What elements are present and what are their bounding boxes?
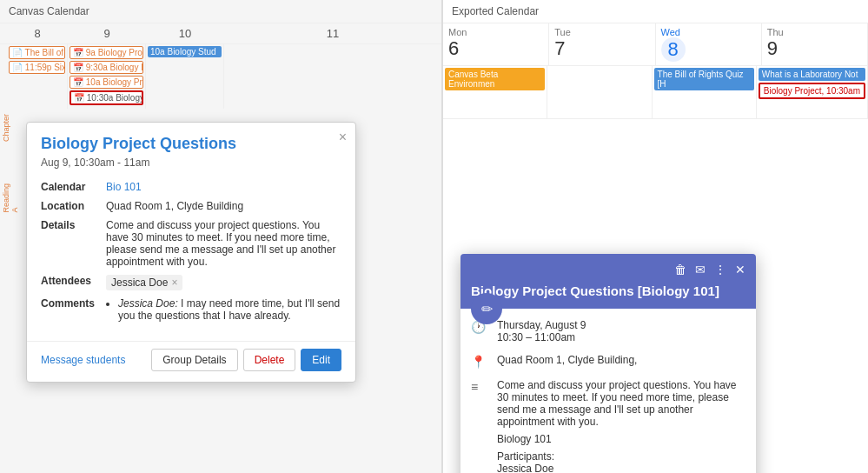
thu-events: What is a Laboratory Not Biology Project…: [757, 66, 868, 118]
mon-label: Mon: [448, 27, 543, 37]
tue-num: 7: [554, 37, 649, 60]
g-details-row: ≡ Come and discuss your project question…: [471, 379, 745, 473]
comment-author: Jessica Doe:: [118, 297, 178, 310]
details-row: Details Come and discuss your project qu…: [41, 219, 341, 268]
g-date-row: 🕐 Thursday, August 9 10:30 – 11:00am: [471, 319, 745, 343]
mail-icon[interactable]: ✉: [695, 263, 706, 276]
more-icon[interactable]: ⋮: [714, 263, 726, 276]
edit-button[interactable]: Edit: [301, 349, 341, 371]
right-events-row: Canvas Beta Environmen The Bill of Right…: [443, 66, 868, 119]
g-details-desc: Come and discuss your project questions.…: [497, 379, 745, 428]
comments-row: Comments Jessica Doe: I may need more ti…: [41, 297, 341, 322]
popup-date: Aug 9, 10:30am - 11am: [41, 157, 341, 169]
edit-pencil-button[interactable]: ✏: [471, 293, 502, 324]
lab-event[interactable]: What is a Laboratory Not: [759, 68, 865, 81]
delete-icon[interactable]: 🗑: [674, 263, 686, 276]
attendees-value: Jessica Doe ×: [106, 275, 341, 290]
col-8: 📄 The Bill of 📄 11:59p Six Kingd: [7, 44, 68, 109]
wed-events: The Bill of Rights Quiz [H: [653, 66, 757, 118]
canvas-calendar-title: Canvas Calendar: [0, 0, 441, 23]
wed-num: 8: [661, 37, 686, 62]
canvas-beta-event[interactable]: Canvas Beta Environmen: [445, 68, 545, 90]
calendar-value: Bio 101: [106, 181, 341, 193]
col-11: [224, 44, 441, 109]
g-location-text: Quad Room 1, Clyde Building,: [497, 354, 637, 366]
location-icon: 📍: [471, 355, 488, 369]
canvas-calendar-panel: Canvas Calendar 8 9 10 11 Chapter Readin…: [0, 0, 442, 473]
col-9: 📅 9a Biology Projec 📅 9:30a Biology Pro …: [68, 44, 146, 109]
col-9-header: 9: [68, 23, 146, 43]
right-cal-header: Mon 6 Tue 7 Wed 8 Thu 9: [443, 23, 868, 66]
close-icon[interactable]: ×: [339, 130, 347, 145]
g-location-row: 📍 Quad Room 1, Clyde Building,: [471, 354, 745, 369]
message-students-link[interactable]: Message students: [41, 354, 125, 366]
details-label: Details: [41, 219, 106, 231]
remove-attendee-icon[interactable]: ×: [171, 276, 177, 289]
popup-footer: Message students Group Details Delete Ed…: [27, 341, 355, 382]
attendee-name: Jessica Doe: [111, 276, 168, 289]
col-wed: Wed 8: [656, 23, 762, 65]
location-row: Location Quad Room 1, Clyde Building: [41, 200, 341, 212]
event-bio-proj-9a[interactable]: 📅 9a Biology Projec: [70, 46, 143, 59]
popup-body: Calendar Bio 101 Location Quad Room 1, C…: [27, 181, 355, 337]
event-bio-study-10a[interactable]: 10a Biology Stud: [148, 46, 222, 57]
col-tue: Tue 7: [549, 23, 655, 65]
g-popup-actions: 🗑 ✉ ⋮ ✕: [471, 263, 745, 276]
tue-label: Tue: [554, 27, 649, 37]
attendees-row: Attendees Jessica Doe ×: [41, 275, 341, 290]
mon-num: 6: [448, 37, 543, 60]
canvas-beta-label: Canvas Beta Environmen: [448, 70, 498, 89]
comments-list: Jessica Doe: I may need more time, but I…: [118, 297, 341, 322]
google-event-popup: 🗑 ✉ ⋮ ✕ Biology Project Questions [Biolo…: [461, 254, 756, 473]
col-11-header: 11: [224, 23, 441, 43]
event-six-kingdoms[interactable]: 📄 11:59p Six Kingd: [9, 61, 65, 74]
group-details-button[interactable]: Group Details: [151, 349, 237, 371]
col-thu: Thu 9: [762, 23, 868, 65]
event-popup: Biology Project Questions Aug 9, 10:30am…: [26, 122, 356, 383]
calendar-label: Calendar: [41, 181, 106, 193]
g-popup-header: 🗑 ✉ ⋮ ✕ Biology Project Questions [Biolo…: [461, 254, 756, 309]
bill-rights-quiz-event[interactable]: The Bill of Rights Quiz [H: [654, 68, 754, 90]
col-8-header: 8: [7, 23, 68, 43]
g-popup-body: 🕐 Thursday, August 9 10:30 – 11:00am 📍 Q…: [461, 309, 756, 473]
g-participant: Jessica Doe: [497, 463, 745, 473]
g-date-line2: 10:30 – 11:00am: [497, 331, 586, 343]
thu-label: Thu: [767, 27, 862, 37]
col-10-header: 10: [146, 23, 224, 43]
comment-item: Jessica Doe: I may need more time, but I…: [118, 297, 341, 322]
side-label-chapter: Chapter: [2, 114, 10, 142]
exported-calendar-title: Exported Calendar: [443, 0, 868, 23]
bio-project-highlight-event[interactable]: Biology Project, 10:30am: [759, 83, 865, 99]
g-course: Biology 101: [497, 433, 745, 445]
event-bill-of-rights[interactable]: 📄 The Bill of: [9, 46, 65, 59]
col-10: 10a Biology Stud: [146, 44, 224, 109]
g-date-line1: Thursday, August 9: [497, 319, 586, 331]
details-value: Come and discuss your project questions.…: [106, 219, 341, 268]
close-popup-icon[interactable]: ✕: [735, 263, 745, 276]
location-value: Quad Room 1, Clyde Building: [106, 200, 341, 212]
event-bio-proj-930[interactable]: 📅 9:30a Biology Pro: [70, 61, 143, 74]
right-popup-container: 🗑 ✉ ⋮ ✕ Biology Project Questions [Biolo…: [443, 119, 868, 473]
g-details-text: Come and discuss your project questions.…: [497, 379, 745, 473]
event-bio-proj-10a[interactable]: 📅 10a Biology Proje: [70, 76, 143, 89]
bill-rights-quiz-label: The Bill of Rights Quiz [H: [658, 70, 744, 89]
attendee-chip: Jessica Doe ×: [106, 275, 182, 290]
mon-events: Canvas Beta Environmen: [443, 66, 547, 118]
g-participants-label: Participants:: [497, 450, 745, 463]
thu-num: 9: [767, 37, 862, 60]
wed-label: Wed: [661, 27, 756, 37]
tue-events: [547, 66, 652, 118]
calendar-row: Calendar Bio 101: [41, 181, 341, 193]
location-label: Location: [41, 200, 106, 212]
col-mon: Mon 6: [443, 23, 549, 65]
bio-project-highlight-label: Biology Project, 10:30am: [764, 86, 860, 96]
comments-label: Comments: [41, 297, 106, 310]
delete-button[interactable]: Delete: [243, 349, 296, 371]
lab-label: What is a Laboratory Not: [762, 70, 858, 79]
comments-value: Jessica Doe: I may need more time, but I…: [106, 297, 341, 322]
notes-icon: ≡: [471, 380, 488, 394]
popup-header: Biology Project Questions Aug 9, 10:30am…: [27, 123, 355, 181]
side-label-reading: Reading A: [2, 183, 19, 213]
calendar-link[interactable]: Bio 101: [106, 181, 142, 193]
event-bio-proj-1030[interactable]: 📅 10:30a Biology P: [70, 90, 143, 105]
